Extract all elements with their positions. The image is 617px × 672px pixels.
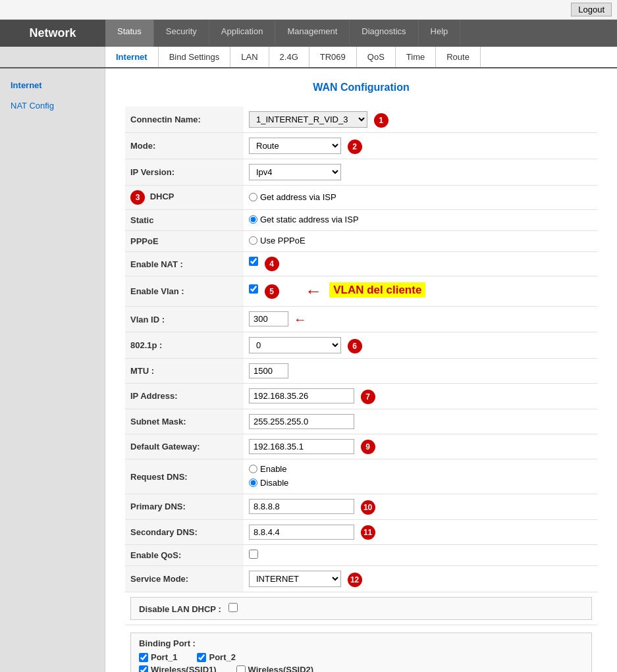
cell-service-mode: INTERNET 12 xyxy=(244,566,597,592)
nav-sub-internet[interactable]: Internet xyxy=(105,47,159,67)
nav-sub-qos[interactable]: QoS xyxy=(357,47,396,67)
nav-link-help[interactable]: Help xyxy=(419,20,461,47)
nav-top: Network Status Security Application Mana… xyxy=(0,20,617,47)
ip-address-input[interactable] xyxy=(249,388,354,403)
row-ip-address: IP Address: 7 xyxy=(125,384,597,409)
mtu-input[interactable] xyxy=(249,363,288,378)
label-request-dns: Request DNS: xyxy=(125,459,244,494)
binding-port-title: Binding Port : xyxy=(139,638,583,648)
nav-link-status[interactable]: Status xyxy=(105,20,154,47)
primary-dns-input[interactable] xyxy=(249,499,354,514)
nav-sub-bind-settings[interactable]: Bind Settings xyxy=(159,47,231,67)
binding-ssid2[interactable]: Wireless(SSID2) xyxy=(236,665,314,672)
dot1p-select[interactable]: 0 xyxy=(249,337,341,353)
radio-static-input[interactable] xyxy=(249,215,257,224)
row-enable-vlan: Enable Vlan : 5 ← VLAN del cliente xyxy=(125,276,597,307)
sidebar-item-nat-config[interactable]: NAT Config xyxy=(0,95,105,116)
binding-port1[interactable]: Port_1 xyxy=(139,652,177,662)
row-binding-port: Binding Port : Port_1 Port_2 xyxy=(125,625,597,672)
label-dot1p: 802.1p : xyxy=(125,332,244,359)
row-disable-lan-dhcp: Disable LAN DHCP : xyxy=(125,592,597,625)
content-area: Internet NAT Config WAN Configuration Co… xyxy=(0,68,617,672)
cell-enable-nat: 4 xyxy=(244,252,597,276)
row-request-dns: Request DNS: Enable Disable xyxy=(125,459,597,494)
radio-pppoe[interactable]: Use PPPoE xyxy=(249,236,306,246)
ip-version-select[interactable]: Ipv4 xyxy=(249,164,341,180)
radio-dns-disable-input[interactable] xyxy=(249,478,257,487)
cell-mtu xyxy=(244,359,597,384)
secondary-dns-input[interactable] xyxy=(249,525,354,540)
row-ip-version: IP Version: Ipv4 xyxy=(125,159,597,186)
binding-port2[interactable]: Port_2 xyxy=(197,652,235,662)
nav-sub-route[interactable]: Route xyxy=(436,47,481,67)
disable-lan-section: Disable LAN DHCP : xyxy=(130,597,592,620)
enable-nat-checkbox[interactable] xyxy=(249,257,258,266)
main-content: WAN Configuration Connectin Name: 1_INTE… xyxy=(105,68,617,672)
binding-row-2: Wireless(SSID1) Wireless(SSID2) xyxy=(139,665,583,672)
port1-checkbox[interactable] xyxy=(139,653,148,662)
nav-link-application[interactable]: Application xyxy=(209,20,276,47)
cell-mode: Route 2 xyxy=(244,133,597,159)
nav-sub-tr069[interactable]: TR069 xyxy=(309,47,357,67)
cell-ip-address: 7 xyxy=(244,384,597,409)
wan-config-form: Connectin Name: 1_INTERNET_R_VID_3 1 Mod… xyxy=(125,107,597,672)
vlan-annotation: VLAN del cliente xyxy=(329,282,425,297)
cell-subnet-mask xyxy=(244,409,597,434)
label-connection-name: Connectin Name: xyxy=(125,107,244,133)
nav-link-diagnostics[interactable]: Diagnostics xyxy=(350,20,418,47)
radio-pppoe-input[interactable] xyxy=(249,236,257,245)
vlan-id-input[interactable] xyxy=(249,311,288,326)
radio-dhcp[interactable]: Get address via ISP xyxy=(249,192,336,202)
ssid2-checkbox[interactable] xyxy=(236,665,246,672)
enable-qos-checkbox[interactable] xyxy=(249,550,258,559)
row-vlan-id: Vlan ID : ← xyxy=(125,307,597,332)
label-mode: Mode: xyxy=(125,133,244,159)
radio-dhcp-input[interactable] xyxy=(249,193,257,201)
cell-secondary-dns: 11 xyxy=(244,519,597,545)
nav-sub-2g[interactable]: 2.4G xyxy=(269,47,309,67)
row-mtu: MTU : xyxy=(125,359,597,384)
disable-lan-dhcp-cell: Disable LAN DHCP : xyxy=(125,592,597,625)
label-vlan-id: Vlan ID : xyxy=(125,307,244,332)
row-pppoe: PPPoE Use PPPoE xyxy=(125,231,597,252)
service-mode-select[interactable]: INTERNET xyxy=(249,571,341,587)
label-enable-nat: Enable NAT : xyxy=(125,252,244,276)
nav-link-management[interactable]: Management xyxy=(275,20,350,47)
binding-ssid1[interactable]: Wireless(SSID1) xyxy=(139,665,217,672)
cell-ip-version: Ipv4 xyxy=(244,159,597,186)
mode-select[interactable]: Route xyxy=(249,138,341,154)
label-primary-dns: Primary DNS: xyxy=(125,494,244,520)
label-enable-qos: Enable QoS: xyxy=(125,545,244,566)
port2-checkbox[interactable] xyxy=(197,653,206,662)
nav-sub: Internet Bind Settings LAN 2.4G TR069 Qo… xyxy=(0,47,617,68)
badge-2: 2 xyxy=(348,140,362,154)
enable-vlan-checkbox[interactable] xyxy=(249,284,258,294)
nav-sub-spacer xyxy=(0,47,105,67)
subnet-mask-input[interactable] xyxy=(249,414,354,429)
default-gateway-input[interactable] xyxy=(249,439,354,454)
radio-dns-enable-input[interactable] xyxy=(249,465,257,473)
logout-button[interactable]: Logout xyxy=(571,3,612,16)
ssid1-checkbox[interactable] xyxy=(139,665,148,672)
binding-port-section: Binding Port : Port_1 Port_2 xyxy=(130,633,592,672)
connection-name-select[interactable]: 1_INTERNET_R_VID_3 xyxy=(249,111,367,128)
row-enable-qos: Enable QoS: xyxy=(125,545,597,566)
disable-lan-dhcp-checkbox[interactable] xyxy=(228,603,238,612)
sidebar-item-internet[interactable]: Internet xyxy=(0,75,105,95)
label-subnet-mask: Subnet Mask: xyxy=(125,409,244,434)
nav-brand: Network xyxy=(0,20,105,47)
nav-sub-lan[interactable]: LAN xyxy=(230,47,269,67)
row-subnet-mask: Subnet Mask: xyxy=(125,409,597,434)
nav-sub-time[interactable]: Time xyxy=(396,47,436,67)
radio-dns-enable[interactable]: Enable xyxy=(249,464,286,474)
label-dhcp: 3 DHCP xyxy=(125,186,244,210)
label-service-mode: Service Mode: xyxy=(125,566,244,592)
radio-static[interactable]: Get static address via ISP xyxy=(249,215,359,224)
label-secondary-dns: Secondary DNS: xyxy=(125,519,244,545)
row-primary-dns: Primary DNS: 10 xyxy=(125,494,597,520)
sidebar: Internet NAT Config xyxy=(0,68,105,672)
badge-6: 6 xyxy=(348,339,362,353)
nav-link-security[interactable]: Security xyxy=(154,20,209,47)
row-dhcp: 3 DHCP Get address via ISP xyxy=(125,186,597,210)
radio-dns-disable[interactable]: Disable xyxy=(249,478,288,488)
